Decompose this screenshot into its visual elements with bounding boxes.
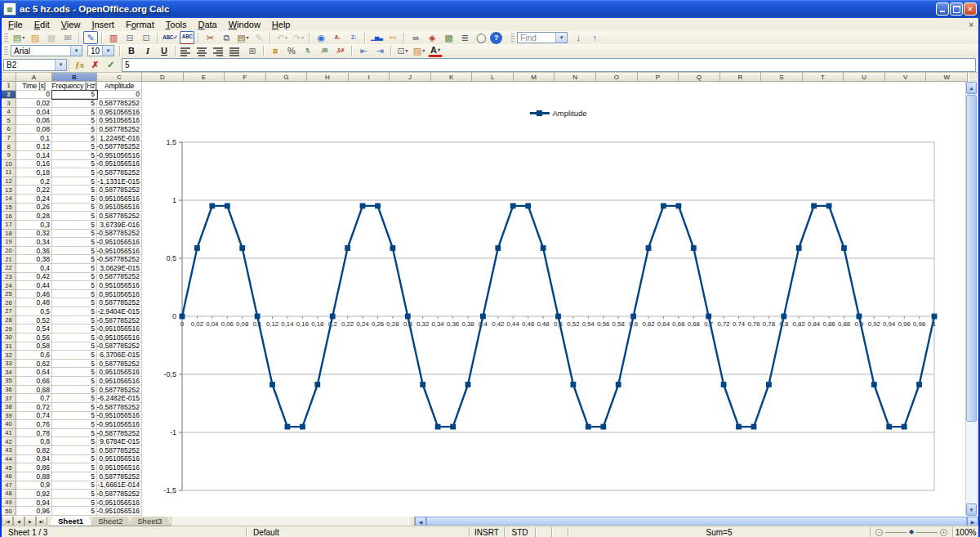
cell-B17[interactable]: 5 [52,221,97,230]
cell-B36[interactable]: 5 [52,386,97,395]
cell-B2[interactable]: 5 [52,91,97,100]
row-header-28[interactable]: 28 [2,316,16,325]
cell-B35[interactable]: 5 [52,377,97,386]
cell-A26[interactable]: 0,48 [16,299,52,308]
cell-B28[interactable]: 5 [52,316,97,325]
cell-B40[interactable]: 5 [52,420,97,429]
cell-C9[interactable]: -0,951056516 [97,151,142,160]
cell-A3[interactable]: 0,02 [16,99,52,108]
row-header-30[interactable]: 30 [2,333,16,342]
cell-B16[interactable]: 5 [52,212,97,221]
cell-C46[interactable]: 0,587785252 [97,472,142,481]
menu-tools[interactable]: Tools [160,19,193,30]
cell-B3[interactable]: 5 [52,99,97,108]
cell-A46[interactable]: 0,88 [16,472,52,481]
chevron-down-icon[interactable]: ▾ [247,35,249,40]
cell-B47[interactable]: 5 [52,481,97,490]
font-color-icon[interactable]: A▾ [428,45,443,57]
row-header-27[interactable]: 27 [2,307,16,316]
embedded-chart[interactable]: Amplitude 1,510,50-0,5-1-1,500,020,040,0… [142,82,969,516]
cell-B29[interactable]: 5 [52,324,97,333]
row-header-18[interactable]: 18 [2,230,16,239]
cell-A21[interactable]: 0,38 [16,255,52,264]
cell-A4[interactable]: 0,04 [16,108,52,117]
name-box[interactable]: B2 ▼ [3,59,67,71]
cell-C17[interactable]: 3,6739E-016 [97,221,142,230]
find-input[interactable]: Find ▼ [517,32,568,43]
draw-functions-icon[interactable]: ✏ [385,31,400,44]
underline-icon[interactable]: U [157,44,172,57]
col-header-T[interactable]: T [803,73,844,82]
print-icon[interactable]: ⊟ [122,31,137,44]
cell-A23[interactable]: 0,42 [16,273,52,282]
cell-C13[interactable]: 0,587785252 [97,186,142,195]
cell-A43[interactable]: 0,82 [16,446,52,455]
row-header-11[interactable]: 11 [2,168,16,177]
cell-B11[interactable]: 5 [52,168,97,177]
zoom-in-icon[interactable]: + [940,529,947,536]
page-style-status[interactable]: Default [247,527,470,537]
accept-icon[interactable]: ✓ [104,59,118,71]
row-header-37[interactable]: 37 [2,394,16,403]
row-header-16[interactable]: 16 [2,212,16,221]
cell-C35[interactable]: 0,951056516 [97,377,142,386]
font-name-select[interactable]: Arial ▼ [11,45,82,56]
cell-C18[interactable]: -0,587785252 [97,230,142,239]
row-header-10[interactable]: 10 [2,160,16,169]
find-previous-icon[interactable]: ↑ [587,31,602,44]
row-header-39[interactable]: 39 [2,412,16,421]
zoom-slider[interactable]: − ◆ + [871,527,953,537]
cell-A20[interactable]: 0,36 [16,247,52,256]
chevron-down-icon[interactable]: ▾ [406,48,408,53]
row-header-3[interactable]: 3 [2,99,16,108]
cell-C42[interactable]: 9,6784E-015 [97,437,142,446]
cell-B15[interactable]: 5 [52,204,97,213]
spellcheck-icon[interactable]: ABC✓ [162,31,178,44]
chevron-down-icon[interactable]: ▾ [22,35,24,40]
col-header-F[interactable]: F [225,73,266,82]
page-preview-icon[interactable]: ⊡ [139,31,154,44]
cell-A11[interactable]: 0,18 [16,168,52,177]
data-sources-icon[interactable]: ≣ [457,31,472,44]
increase-indent-icon[interactable]: ⇥ [372,44,387,57]
cell-C28[interactable]: -0,587785252 [97,316,142,325]
cell-C1[interactable]: Amplitude [97,82,142,91]
cell-A30[interactable]: 0,56 [16,333,52,342]
chevron-down-icon[interactable]: ▼ [70,46,82,56]
align-left-icon[interactable] [180,46,194,56]
cell-C39[interactable]: -0,951056516 [97,412,142,421]
cell-C15[interactable]: 0,951056516 [97,204,142,213]
col-header-D[interactable]: D [142,73,184,82]
cell-A32[interactable]: 0,6 [16,351,52,360]
cell-C43[interactable]: 0,587785252 [97,446,142,455]
cell-C47[interactable]: -1,6661E-014 [97,481,142,490]
font-size-select[interactable]: 10 ▼ [87,45,114,56]
row-header-32[interactable]: 32 [2,351,16,360]
row-header-5[interactable]: 5 [2,116,16,125]
sort-descending-icon[interactable]: Z↓ [346,31,361,44]
row-header-43[interactable]: 43 [2,446,16,455]
row-header-40[interactable]: 40 [2,420,16,429]
cell-A2[interactable]: 0 [16,91,52,100]
cell-A25[interactable]: 0,46 [16,290,52,299]
row-header-23[interactable]: 23 [2,273,16,282]
selection-mode-status[interactable]: STD [505,527,536,537]
chevron-down-icon[interactable]: ▾ [285,35,287,40]
cell-C26[interactable]: 0,587785252 [97,299,142,308]
row-header-38[interactable]: 38 [2,403,16,412]
cut-icon[interactable]: ✂ [203,31,217,44]
col-header-U[interactable]: U [844,73,885,82]
cell-A6[interactable]: 0,08 [16,125,52,134]
align-center-icon[interactable] [196,46,211,56]
undo-icon[interactable]: ↶▾ [274,31,289,44]
col-header-W[interactable]: W [926,73,968,82]
cell-C30[interactable]: -0,951056516 [97,333,142,342]
col-header-M[interactable]: M [514,73,555,82]
cell-B24[interactable]: 5 [52,281,97,290]
cell-B14[interactable]: 5 [52,195,97,204]
cell-A1[interactable]: Time [s] [16,82,52,91]
cell-B23[interactable]: 5 [52,273,97,282]
row-header-35[interactable]: 35 [2,377,16,386]
merge-cells-icon[interactable]: ⊞ [245,44,260,57]
find-replace-icon[interactable]: ∞ [408,31,423,44]
